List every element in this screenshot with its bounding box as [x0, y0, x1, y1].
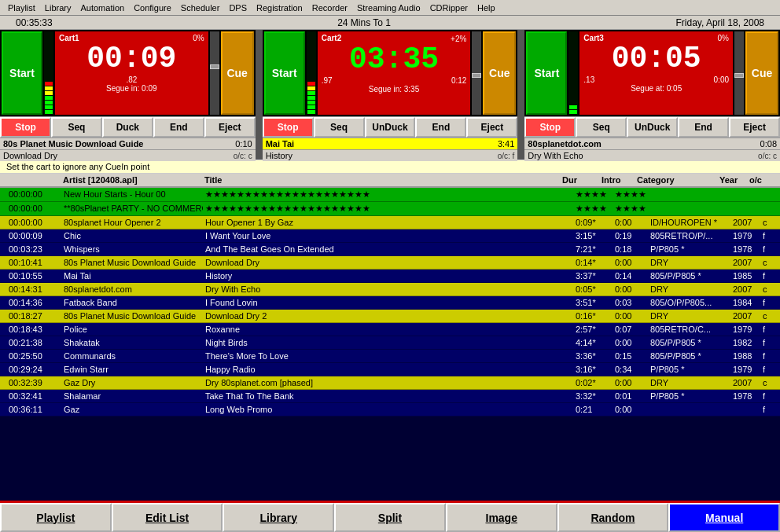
cart3-buttons: Stop Seq UnDuck End Eject [524, 116, 780, 138]
table-row[interactable]: 00:00:00**80sPlanet PARTY - NO COMMERCIA… [0, 202, 780, 216]
cart2-slider[interactable] [472, 31, 481, 115]
cart2-end-button[interactable]: End [415, 117, 466, 138]
cart2-meter [307, 31, 316, 115]
cart1-duck-button[interactable]: Duck [102, 117, 153, 138]
cart3-cue-button[interactable]: Cue [745, 31, 778, 115]
menu-help[interactable]: Help [473, 2, 500, 14]
cart3-extra: 0:00 [714, 75, 729, 84]
tab-random[interactable]: Random [557, 503, 669, 532]
cart2-start-button[interactable]: Start [264, 31, 305, 115]
menu-library[interactable]: Library [40, 2, 76, 14]
table-row[interactable]: 00:32:39Gaz DryDry 80splanet.com [phased… [0, 376, 780, 390]
tab-split[interactable]: Split [334, 503, 446, 532]
menu-dps[interactable]: DPS [224, 2, 252, 14]
cart2-name: Cart2 [322, 34, 342, 43]
table-row[interactable]: 00:32:41ShalamarTake That To The Bank3:3… [0, 390, 780, 403]
cart1-pct: 0% [193, 34, 204, 42]
table-row[interactable]: 00:00:00New Hour Starts - Hour 00★★★★★★★… [0, 188, 780, 202]
menu-playlist[interactable]: Playlist [3, 2, 40, 14]
cart3-main: Cart3 0% 00:05 .13 0:00 Segue at: 0:05 [579, 31, 733, 115]
cart1-eject-button[interactable]: Eject [204, 117, 256, 138]
cart3-meter [568, 31, 578, 115]
cart3-segue: Segue at: 0:05 [583, 84, 729, 93]
tooltip-bar: Set the cart to ignore any CueIn point [0, 160, 780, 174]
tab-playlist[interactable]: Playlist [0, 503, 112, 532]
cart1-time: 00:09 [59, 42, 204, 75]
cart3-unduck-button[interactable]: UnDuck [627, 117, 678, 138]
playlist-scroll[interactable]: 00:00:00New Hour Starts - Hour 00★★★★★★★… [0, 188, 780, 501]
cart2-stop-button[interactable]: Stop [263, 117, 314, 138]
cart1-info-title: 80s Planet Music Download Guide [3, 139, 232, 149]
table-row[interactable]: 00:00:0080splanet Hour Opener 2Hour Open… [0, 216, 780, 229]
tab-manual[interactable]: Manual [668, 503, 780, 532]
cart1-info2: Download Dry o/c: c [0, 149, 256, 161]
bottom-tabs: Playlist Edit List Library Split Image R… [0, 501, 780, 532]
cart3-slider[interactable] [734, 31, 744, 115]
cart2-extra: 0:12 [451, 76, 466, 85]
table-row[interactable]: 00:25:50CommunardsThere's More To Love3:… [0, 350, 780, 363]
cart1-cue-button[interactable]: Cue [221, 31, 254, 115]
cart1-end-button[interactable]: End [153, 117, 204, 138]
cart3-start-button[interactable]: Start [526, 31, 567, 115]
cart1-stop-button[interactable]: Stop [0, 117, 51, 138]
menu-recorder[interactable]: Recorder [307, 2, 352, 14]
table-row[interactable]: 00:21:38ShakatakNight Birds4:14*0:00805/… [0, 336, 780, 350]
cart2-time: 03:35 [322, 43, 467, 76]
table-row[interactable]: 00:29:24Edwin StarrHappy Radio3:16*0:34P… [0, 363, 780, 376]
cart2-buttons: Stop Seq UnDuck End Eject [263, 116, 518, 138]
cart1-info-ofc: o/c: c [234, 152, 252, 160]
table-row[interactable]: 00:14:36Fatback BandI Found Lovin3:51*0:… [0, 296, 780, 310]
cart1-seq-button[interactable]: Seq [51, 117, 102, 138]
cart3-info-ofc: o/c: c [758, 152, 777, 160]
playlist-area: Artist [120408.apl] Title Dur Intro Cate… [0, 174, 780, 501]
cart1-level: .82 [126, 75, 137, 84]
cart3-info2: Dry With Echo o/c: c [524, 149, 780, 161]
cart3-end-button[interactable]: End [678, 117, 729, 138]
menubar: Playlist Library Automation Configure Sc… [0, 0, 780, 16]
table-row[interactable]: 00:18:2780s Planet Music Download GuideD… [0, 310, 780, 323]
cart2-cue-button[interactable]: Cue [483, 31, 516, 115]
menu-scheduler[interactable]: Scheduler [176, 2, 225, 14]
cart2-unduck-button[interactable]: UnDuck [365, 117, 416, 138]
tab-library[interactable]: Library [223, 503, 334, 532]
menu-automation[interactable]: Automation [75, 2, 129, 14]
table-row[interactable]: 00:10:4180s Planet Music Download GuideD… [0, 256, 780, 270]
cart3-eject-button[interactable]: Eject [729, 117, 780, 138]
cart2-pct: +2% [451, 35, 466, 43]
cart3-info-duration: 0:08 [760, 139, 777, 149]
cart3-time: 00:05 [583, 42, 729, 75]
tab-editlist[interactable]: Edit List [112, 503, 223, 532]
table-row[interactable]: 00:00:09ChicI Want Your Love3:15*0:19805… [0, 229, 780, 243]
menu-configure[interactable]: Configure [129, 2, 176, 14]
cart1-info1: 80s Planet Music Download Guide 0:10 [0, 138, 256, 149]
menu-streaming-audio[interactable]: Streaming Audio [352, 2, 425, 14]
cart2-eject-button[interactable]: Eject [466, 117, 517, 138]
cart1-slider[interactable] [210, 31, 219, 115]
col-header-dur: Dur [561, 174, 600, 185]
cart2-seq-button[interactable]: Seq [314, 117, 365, 138]
cart1-start-button[interactable]: Start [2, 31, 42, 115]
col-header-year: Year [718, 174, 748, 185]
menu-cdripper[interactable]: CDRipper [425, 2, 473, 14]
col-header-artist: Artist [120408.apl] [61, 174, 203, 185]
cart1-segue: Segue in: 0:09 [59, 84, 204, 93]
cart3-stop-button[interactable]: Stop [524, 117, 576, 138]
cart3-pct: 0% [718, 34, 729, 42]
table-row[interactable]: 00:03:23WhispersAnd The Beat Goes On Ext… [0, 243, 780, 256]
col-header-time [6, 174, 61, 185]
table-row[interactable]: 00:14:3180splanetdot.comDry With Echo0:0… [0, 283, 780, 296]
cart3-name: Cart3 [583, 34, 604, 42]
tab-image[interactable]: Image [446, 503, 557, 532]
cart2-section: Start Cart2 +2% 03:35 .97 [263, 30, 521, 158]
carts-container: Start Cart1 0% 00:09 .82 Segue in: [0, 30, 780, 160]
table-row[interactable]: 00:18:43PoliceRoxanne2:57*0:07805RETRO/C… [0, 323, 780, 336]
cart3-seq-button[interactable]: Seq [576, 117, 627, 138]
cart2-info-ofc: o/c: f [498, 152, 515, 160]
menu-registration[interactable]: Registration [252, 2, 307, 14]
cart3-info-title: 80splanetdot.com [528, 139, 756, 149]
table-row[interactable]: 00:36:11GazLong Web Promo0:210:00f [0, 403, 780, 416]
cart2-info1: Mai Tai 3:41 [263, 138, 518, 149]
col-header-cat: Category [635, 174, 718, 185]
cart1-info-duration: 0:10 [235, 139, 252, 149]
table-row[interactable]: 00:10:55Mai TaiHistory3:37*0:14805/P/P80… [0, 270, 780, 283]
